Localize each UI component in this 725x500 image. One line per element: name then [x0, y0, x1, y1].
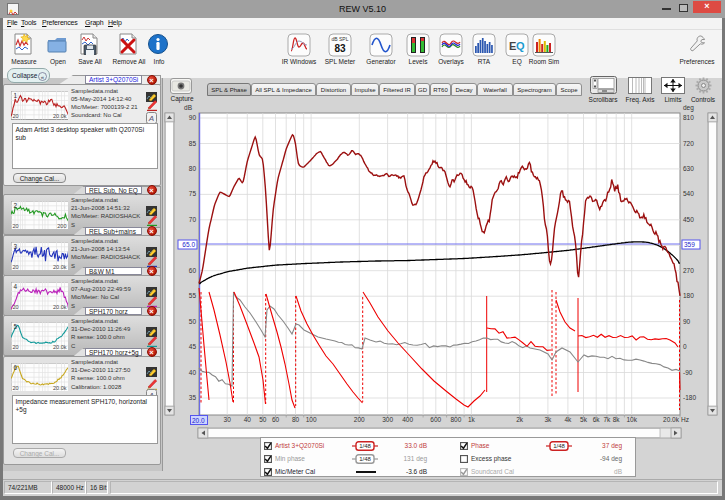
- svg-text:1/48: 1/48: [359, 443, 371, 449]
- svg-text:6: 6: [13, 364, 17, 371]
- svg-text:20.0k: 20.0k: [53, 113, 67, 119]
- svg-text:20: 20: [12, 304, 18, 310]
- svg-text:1/48: 1/48: [359, 456, 371, 462]
- svg-text:800: 800: [450, 416, 461, 423]
- svg-text:630: 630: [683, 165, 694, 172]
- svg-text:20: 20: [12, 385, 18, 391]
- svg-text:3: 3: [13, 243, 17, 250]
- svg-text:dB: dB: [184, 104, 192, 111]
- svg-text:20: 20: [12, 113, 18, 119]
- svg-text:540: 540: [683, 190, 694, 197]
- svg-text:720: 720: [683, 140, 694, 147]
- svg-text:90: 90: [189, 114, 197, 121]
- svg-text:20: 20: [12, 344, 18, 350]
- svg-text:3k: 3k: [544, 416, 552, 423]
- svg-text:-180: -180: [683, 394, 696, 401]
- svg-text:400: 400: [402, 416, 413, 423]
- svg-text:55: 55: [189, 292, 197, 299]
- svg-text:50: 50: [259, 416, 267, 423]
- svg-text:20.0k: 20.0k: [53, 264, 67, 270]
- svg-text:1: 1: [13, 92, 17, 99]
- svg-text:70: 70: [189, 216, 197, 223]
- svg-text:50: 50: [189, 318, 197, 325]
- svg-text:60: 60: [189, 267, 197, 274]
- svg-text:45: 45: [189, 343, 197, 350]
- svg-text:40: 40: [244, 416, 252, 423]
- svg-text:6k: 6k: [593, 416, 601, 423]
- svg-text:20: 20: [12, 223, 18, 229]
- svg-text:75: 75: [189, 190, 197, 197]
- svg-text:20.0k: 20.0k: [53, 385, 67, 391]
- svg-text:5: 5: [13, 323, 17, 330]
- svg-text:810: 810: [683, 114, 694, 121]
- svg-text:180: 180: [683, 292, 694, 299]
- svg-text:20.0k: 20.0k: [53, 304, 67, 310]
- svg-text:200: 200: [57, 223, 66, 229]
- svg-text:85: 85: [189, 140, 197, 147]
- svg-text:Hz: Hz: [681, 416, 689, 423]
- svg-text:60: 60: [272, 416, 280, 423]
- svg-text:8k: 8k: [613, 416, 621, 423]
- svg-text:359: 359: [684, 241, 695, 248]
- svg-text:A: A: [148, 114, 154, 123]
- svg-text:«: «: [41, 74, 45, 80]
- svg-text:20.0k: 20.0k: [663, 416, 680, 423]
- svg-text:10k: 10k: [626, 416, 637, 423]
- svg-text:-90: -90: [683, 369, 693, 376]
- svg-text:2k: 2k: [516, 416, 524, 423]
- svg-text:4k: 4k: [564, 416, 572, 423]
- svg-text:5k: 5k: [580, 416, 588, 423]
- svg-text:100: 100: [306, 416, 317, 423]
- svg-text:90: 90: [683, 318, 691, 325]
- svg-text:20.0k: 20.0k: [53, 344, 67, 350]
- svg-text:200: 200: [354, 416, 365, 423]
- svg-text:20.0: 20.0: [192, 417, 205, 424]
- svg-text:65.0: 65.0: [182, 241, 195, 248]
- svg-text:40: 40: [189, 369, 197, 376]
- svg-text:270: 270: [683, 267, 694, 274]
- svg-text:300: 300: [382, 416, 393, 423]
- svg-text:4: 4: [13, 283, 17, 290]
- svg-text:80: 80: [292, 416, 300, 423]
- svg-text:450: 450: [683, 216, 694, 223]
- svg-text:35: 35: [189, 394, 197, 401]
- svg-text:80: 80: [189, 165, 197, 172]
- svg-text:30: 30: [224, 416, 232, 423]
- svg-text:600: 600: [430, 416, 441, 423]
- svg-text:1k: 1k: [468, 416, 476, 423]
- svg-text:0: 0: [683, 343, 687, 350]
- svg-text:7k: 7k: [603, 416, 611, 423]
- svg-text:20: 20: [12, 264, 18, 270]
- svg-text:1/48: 1/48: [553, 443, 565, 449]
- svg-text:2: 2: [13, 202, 17, 209]
- svg-text:deg: deg: [683, 104, 694, 112]
